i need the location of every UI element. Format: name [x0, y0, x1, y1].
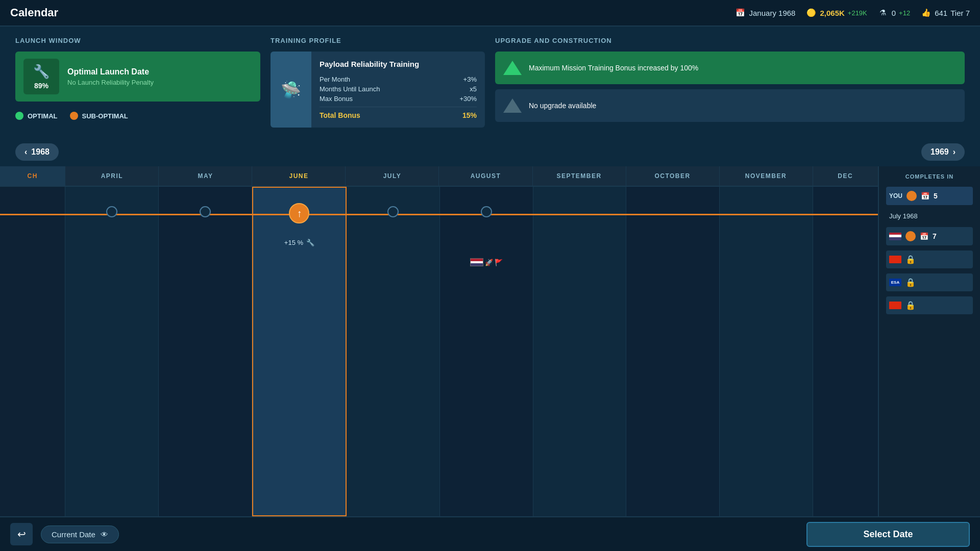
upgrade-title: UPGRADE AND CONSTRUCTION	[495, 37, 965, 44]
month-col-september: SEPTEMBER	[533, 166, 626, 186]
us-flag-sm	[889, 233, 901, 240]
optimal-label: OPTIMAL	[28, 112, 58, 120]
top-panels: LAUNCH WINDOW 🔧 89% Optimal Launch Date …	[0, 27, 980, 138]
august-flag-row: 🚀 🚩	[470, 258, 503, 266]
month-body-may	[159, 187, 252, 516]
training-icon: 🛸	[281, 80, 301, 99]
month-body-june[interactable]: ↑ +15 % 🔧	[252, 187, 347, 516]
side-row-esa: ESA 🔒	[886, 273, 973, 291]
july-marker	[387, 206, 399, 217]
calendar-wrapper: CH APRIL MAY JUNE JU	[0, 166, 980, 516]
science-display: ⚗ 0 +12	[877, 7, 910, 18]
flag2-icon: 🚩	[495, 259, 503, 266]
header-stats: 📅 January 1968 🟡 2,065K +219K ⚗ 0 +12 👍 …	[735, 7, 970, 18]
june-marker: ↑	[289, 203, 309, 223]
select-date-button[interactable]: Select Date	[806, 522, 970, 547]
june-event-area: +15 % 🔧	[253, 239, 346, 246]
calendar-icon: 📅	[735, 7, 746, 18]
month-body-september	[533, 187, 627, 516]
month-col-may: MAY	[159, 166, 252, 186]
training-profile-title: TRAINING PROFILE	[271, 37, 485, 44]
month-header-july: JULY	[346, 166, 438, 186]
current-date-label: Current Date	[52, 530, 95, 539]
august-circle	[481, 206, 492, 217]
training-header: 🛸 Payload Reliability Training Per Month…	[271, 52, 485, 128]
training-row-max: Max Bonus +30%	[320, 94, 477, 104]
month-header-november: NOVEMBER	[720, 166, 813, 186]
side-panel: COMPLETES IN YOU 📅 5 July 1968 📅 7	[878, 166, 980, 516]
launch-icon-box: 🔧 89%	[23, 59, 59, 94]
legend-optimal: OPTIMAL	[15, 112, 58, 120]
completes-in-title: COMPLETES IN	[886, 173, 973, 180]
training-row-months: Months Until Launch x5	[320, 84, 477, 94]
june-training-bonus: +15 % 🔧	[284, 239, 314, 246]
header: Calendar 📅 January 1968 🟡 2,065K +219K ⚗…	[0, 0, 980, 27]
back-button[interactable]: ↩	[10, 523, 33, 545]
month-body-october	[626, 187, 720, 516]
may-marker	[200, 206, 211, 217]
month-header-september: SEPTEMBER	[533, 166, 626, 186]
month-col-april: APRIL	[65, 166, 159, 186]
you-count: 5	[934, 192, 938, 200]
month-body-march	[0, 187, 65, 516]
main-content: LAUNCH WINDOW 🔧 89% Optimal Launch Date …	[0, 27, 980, 551]
upgrade-text-inactive: No upgrade available	[529, 102, 596, 110]
june-circle-active: ↑	[289, 203, 309, 223]
launch-info: Optimal Launch Date No Launch Reliabilit…	[67, 67, 154, 86]
you-calendar-icon: 📅	[921, 192, 929, 200]
rocket-icon: 🚀	[485, 259, 493, 266]
upgrade-panel: UPGRADE AND CONSTRUCTION Maximum Mission…	[495, 37, 965, 128]
month-body-august: 🚀 🚩	[440, 187, 533, 516]
month-col-november: NOVEMBER	[720, 166, 813, 186]
launch-window-title: LAUNCH WINDOW	[15, 37, 260, 44]
month-col-june[interactable]: JUNE	[252, 166, 346, 186]
china-flag-sm	[889, 256, 901, 263]
currency-icon: 🟡	[805, 7, 817, 18]
training-title: Payload Reliability Training	[320, 60, 477, 68]
side-row-china: 🔒	[886, 251, 973, 268]
month-header-june: JUNE	[252, 166, 345, 186]
science-icon: ⚗	[877, 7, 889, 18]
month-col-march: CH	[0, 166, 65, 186]
select-date-label: Select Date	[863, 529, 913, 539]
months-header-row: CH APRIL MAY JUNE JU	[0, 166, 878, 187]
training-icon-box: 🛸	[271, 52, 311, 128]
suboptimal-label: SUB-OPTIMAL	[82, 112, 128, 120]
training-profile-panel: TRAINING PROFILE 🛸 Payload Reliability T…	[271, 37, 485, 128]
month-header-dec: DEC	[813, 166, 878, 186]
august-event: 🚀 🚩	[440, 258, 533, 266]
month-header-august: AUGUST	[439, 166, 532, 186]
you-badge	[906, 191, 917, 201]
month-col-july: JULY	[346, 166, 439, 186]
launch-card-title: Optimal Launch Date	[67, 67, 154, 77]
month-body-dec	[813, 187, 878, 516]
months-body-row: ↑ +15 % 🔧	[0, 187, 878, 516]
legend: OPTIMAL SUB-OPTIMAL	[15, 112, 260, 120]
month-body-july	[347, 187, 440, 516]
rating-icon: 👍	[920, 7, 932, 18]
china-lock-icon: 🔒	[905, 255, 916, 264]
upgrade-card-inactive: No upgrade available	[495, 89, 965, 122]
you-date: July 1968	[886, 210, 973, 222]
legend-suboptimal: SUB-OPTIMAL	[70, 112, 128, 120]
wrench-icon: 🔧	[33, 64, 50, 80]
month-body-april	[65, 187, 159, 516]
month-header-march: CH	[0, 166, 65, 186]
august-marker	[481, 206, 492, 217]
launch-card-subtitle: No Launch Reliability Penalty	[67, 79, 154, 86]
us-flag	[470, 258, 483, 266]
launch-percentage: 89%	[34, 82, 48, 90]
esa-lock-icon: 🔒	[905, 278, 916, 287]
month-header-october: OCTOBER	[626, 166, 719, 186]
side-row-us: 📅 7	[886, 227, 973, 245]
training-row-per-month: Per Month +3%	[320, 74, 477, 84]
prev-year-button[interactable]: ‹ 1968	[15, 143, 59, 161]
july-circle	[387, 206, 399, 217]
training-content: Payload Reliability Training Per Month +…	[311, 52, 485, 128]
upgrade-card-active: Maximum Mission Training Bonus increased…	[495, 52, 965, 84]
launch-window-panel: LAUNCH WINDOW 🔧 89% Optimal Launch Date …	[15, 37, 260, 128]
month-col-october: OCTOBER	[626, 166, 720, 186]
current-date-button[interactable]: Current Date 👁	[41, 525, 119, 543]
month-col-dec: DEC	[813, 166, 878, 186]
next-year-button[interactable]: 1969 ›	[921, 143, 965, 161]
